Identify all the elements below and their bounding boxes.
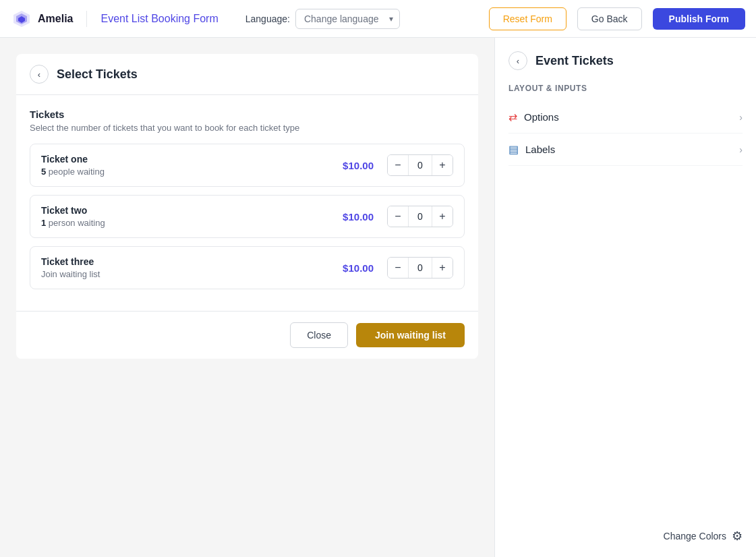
qty-control: − 0 + [387,206,453,227]
right-panel: ‹ Event Tickets Layout & Inputs ⇄ Option… [494,38,756,557]
card-footer: Close Join waiting list [16,311,478,359]
waiting-text: people waiting [46,167,105,177]
select-tickets-card: ‹ Select Tickets Tickets Select the numb… [16,54,478,359]
waiting-text: Join waiting list [41,269,100,279]
ticket-price: $10.00 [343,160,374,171]
language-label: Language: [245,13,290,24]
tickets-subtitle: Select the number of tickets that you wa… [30,123,465,133]
ticket-price: $10.00 [343,262,374,274]
reset-form-button[interactable]: Reset Form [489,7,566,30]
language-area: Language: Change language ▾ [245,9,400,29]
qty-control: − 0 + [387,257,453,278]
tickets-label: Tickets [30,109,465,120]
qty-increase-button[interactable]: + [432,206,453,227]
change-colors-label: Change Colors [664,531,726,541]
ticket-right: $10.00 − 0 + [343,206,453,227]
form-title: Event List Booking Form [100,13,218,25]
qty-control: − 0 + [387,154,453,176]
options-icon: ⇄ [508,111,517,123]
labels-label: Labels [525,144,555,155]
sidebar-title: Event Tickets [535,54,614,68]
ticket-waiting: 5 people waiting [41,167,343,177]
labels-icon: ▤ [508,143,519,156]
ticket-name: Ticket three [41,256,343,267]
right-footer: Change Colors ⚙ [508,521,743,544]
qty-decrease-button[interactable]: − [388,258,408,278]
options-label: Options [524,111,559,123]
ticket-info: Ticket three Join waiting list [41,256,343,279]
qty-decrease-button[interactable]: − [388,206,408,227]
ticket-info: Ticket one 5 people waiting [41,154,343,177]
ticket-name: Ticket two [41,205,343,216]
ticket-row: Ticket two 1 person waiting $10.00 − 0 + [30,195,465,238]
close-button[interactable]: Close [290,322,348,348]
card-header: ‹ Select Tickets [16,54,478,95]
qty-value: 0 [408,206,432,227]
publish-form-button[interactable]: Publish Form [653,8,745,30]
chevron-right-icon: › [739,144,743,155]
go-back-button[interactable]: Go Back [577,7,642,30]
right-header: ‹ Event Tickets [508,51,743,70]
ticket-row: Ticket three Join waiting list $10.00 − … [30,246,465,289]
chevron-right-icon: › [739,112,743,123]
qty-increase-button[interactable]: + [432,258,453,278]
language-select[interactable]: Change language [295,9,400,29]
logo-text: Amelia [38,13,73,25]
qty-value: 0 [408,258,432,278]
qty-increase-button[interactable]: + [432,155,453,175]
main-layout: ‹ Select Tickets Tickets Select the numb… [0,38,756,557]
ticket-info: Ticket two 1 person waiting [41,205,343,228]
ticket-right: $10.00 − 0 + [343,257,453,278]
qty-decrease-button[interactable]: − [388,155,408,175]
sidebar-labels-item[interactable]: ▤ Labels › [508,134,743,166]
card-back-button[interactable]: ‹ [30,65,49,84]
left-panel: ‹ Select Tickets Tickets Select the numb… [0,38,494,557]
amelia-logo-icon [11,8,32,30]
options-menu-left: ⇄ Options [508,111,559,123]
join-waiting-list-button[interactable]: Join waiting list [356,323,465,347]
logo-area: Amelia [11,8,73,30]
ticket-waiting: Join waiting list [41,269,343,279]
topnav: Amelia Event List Booking Form Language:… [0,0,756,38]
ticket-right: $10.00 − 0 + [343,154,453,176]
qty-value: 0 [408,155,432,175]
nav-divider [86,11,87,27]
gear-icon[interactable]: ⚙ [732,529,743,544]
ticket-name: Ticket one [41,154,343,165]
sidebar-options-item[interactable]: ⇄ Options › [508,101,743,134]
ticket-price: $10.00 [343,211,374,223]
card-title: Select Tickets [57,67,138,82]
ticket-row: Ticket one 5 people waiting $10.00 − 0 + [30,144,465,187]
sidebar-section-label: Layout & Inputs [508,84,743,93]
card-body: Tickets Select the number of tickets tha… [16,95,478,311]
right-spacer [508,166,743,521]
waiting-text: person waiting [46,218,105,228]
ticket-waiting: 1 person waiting [41,218,343,228]
language-select-wrap[interactable]: Change language ▾ [295,9,400,29]
sidebar-back-button[interactable]: ‹ [508,51,527,70]
labels-menu-left: ▤ Labels [508,143,555,156]
